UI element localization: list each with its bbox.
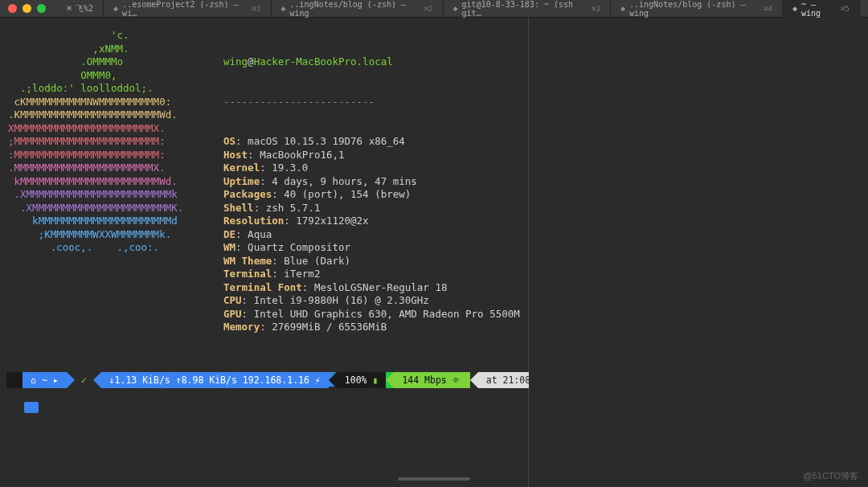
terminal-tab[interactable]: ❖..ingNotes/blog (-zsh) — wing⌘4 (611, 0, 783, 18)
arrow-icon (329, 372, 337, 388)
ascii-line: .XMMMMMMMMMMMMMMMMMMMMMMMMk (8, 188, 201, 202)
tab-label: ~ — wing (801, 0, 836, 18)
info-key: Host (223, 149, 248, 161)
ascii-line: 'c. (8, 29, 201, 43)
info-row: OS: macOS 10.15.3 19D76 x86_64 (223, 135, 520, 149)
ascii-line: .cooc,. .,coo:. (8, 241, 201, 255)
tab-icon: ⌘ (67, 4, 72, 13)
info-value: : 27699MiB / 65536MiB (260, 321, 387, 333)
info-row: Terminal: iTerm2 (223, 268, 520, 281)
ip-address: 192.168.1.16 (243, 374, 309, 386)
info-value: : Aqua (235, 228, 272, 240)
info-value: : MacBookPro16,1 (248, 149, 344, 161)
minimize-button[interactable] (23, 4, 31, 13)
info-value: : MesloLGSNer-Regular 18 (302, 281, 448, 293)
battery-icon: ▮ (372, 374, 378, 386)
ascii-line: .OMMMMo (8, 55, 201, 69)
ascii-line: .MMMMMMMMMMMMMMMMMMMMMMMX. (8, 162, 201, 175)
ascii-line: kMMMMMMMMMMMMMMMMMMMMMMd (8, 215, 201, 228)
cwd-path: ~ (42, 374, 47, 386)
net-up: ↑8.98 KiB/s (176, 374, 237, 386)
terminal-tab[interactable]: ❖~ — wing⌘5 (783, 0, 860, 18)
apple-ascii-logo: 'c. ,xNMM. .OMMMMo OMMM0, .;loddo:' lool… (8, 29, 201, 413)
info-row: WM: Quartz Compositor (223, 241, 520, 255)
ascii-line: kMMMMMMMMMMMMMMMMMMMMMMMWd. (8, 175, 201, 189)
left-pane[interactable]: 'c. ,xNMM. .OMMMMo OMMM0, .;loddo:' lool… (0, 18, 529, 487)
info-key: OS (223, 135, 235, 147)
info-key: WM (223, 241, 235, 253)
ascii-line: ;KMMMMMMMWXXWMMMMMMMk. (8, 228, 201, 242)
status-battery-seg[interactable]: 100% ▮ (337, 372, 387, 388)
terminal-tab[interactable]: ❖git@10-8-33-183: ~ (ssh git…⌘3 (444, 0, 611, 18)
traffic-lights (8, 4, 46, 13)
right-pane[interactable] (529, 18, 868, 487)
tab-shortcut: ⌘4 (764, 5, 772, 13)
info-value: : 4 days, 9 hours, 47 mins (260, 175, 417, 187)
info-key: Terminal Font (223, 281, 302, 293)
info-value: : 1792x1120@2x (284, 215, 368, 227)
info-key: CPU (223, 294, 242, 306)
tab-icon: ❖ (281, 4, 286, 13)
info-key: Kernel (223, 162, 260, 174)
tab-icon: ❖ (453, 4, 458, 13)
terminal-tab[interactable]: ⌘飞%2 (57, 0, 104, 18)
info-value: : 19.3.0 (260, 162, 308, 174)
tab-icon: ❖ (620, 4, 625, 13)
tab-shortcut: ⌘1 (252, 5, 261, 13)
info-key: Resolution (223, 215, 284, 227)
info-value: : Intel UHD Graphics 630, AMD Radeon Pro… (242, 308, 520, 320)
tab-label: git@10-8-33-183: ~ (ssh git… (462, 0, 588, 18)
system-info: wing@Hacker-MacBookPro.local -----------… (223, 29, 520, 413)
info-key: Uptime (223, 175, 260, 187)
info-value: : Blue (Dark) (272, 255, 350, 267)
info-value: : 40 (port), 154 (brew) (272, 188, 411, 200)
terminal-tab[interactable]: ❖..esomeProject2 (-zsh) — wi…⌘1 (104, 0, 271, 18)
terminal-tabs: ⌘飞%2❖..esomeProject2 (-zsh) — wi…⌘1❖..in… (57, 0, 860, 18)
info-row: GPU: Intel UHD Graphics 630, AMD Radeon … (223, 308, 520, 321)
neofetch-output: 'c. ,xNMM. .OMMMMo OMMM0, .;loddo:' lool… (8, 29, 520, 413)
info-key: WM Theme (223, 255, 272, 267)
info-row: Uptime: 4 days, 9 hours, 47 mins (223, 175, 520, 189)
zoom-button[interactable] (37, 4, 46, 13)
info-row: Memory: 27699MiB / 65536MiB (223, 321, 520, 334)
info-value: : Quartz Compositor (235, 241, 350, 253)
ascii-line: OMMM0, (8, 69, 201, 83)
status-network-seg[interactable]: ↓1.13 KiB/s ↑8.98 KiB/s 192.168.1.16 ⚡ (101, 372, 329, 388)
info-row: Packages: 40 (port), 154 (brew) (223, 188, 520, 202)
status-wifi-seg[interactable]: 144 Mbps ᯤ (394, 372, 469, 388)
ascii-line: XMMMMMMMMMMMMMMMMMMMMMMMX. (8, 122, 201, 136)
status-path-seg[interactable]: ⌂ ~ ▸ (23, 372, 67, 388)
watermark-text: @51CTO博客 (804, 470, 858, 482)
wifi-icon: ᯤ (452, 374, 462, 386)
terminal-area: 'c. ,xNMM. .OMMMMo OMMM0, .;loddo:' lool… (0, 18, 868, 487)
info-row: DE: Aqua (223, 228, 520, 242)
ascii-line: .XMMMMMMMMMMMMMMMMMMMMMMMK. (8, 202, 201, 215)
ascii-line: :MMMMMMMMMMMMMMMMMMMMMMMM: (8, 149, 201, 162)
terminal-tab[interactable]: ❖..ingNotes/blog (-zsh) — wing⌘2 (272, 0, 444, 18)
username: wing (223, 55, 248, 68)
plug-icon: ⚡ (315, 374, 321, 386)
check-icon: ✓ (81, 374, 87, 386)
scroll-indicator (398, 477, 470, 481)
info-key: Shell (223, 202, 254, 214)
tmux-status-bar: ⌂ ~ ▸ ✓ ↓1.13 KiB/s ↑8.98 KiB/s 192.168.… (0, 371, 528, 389)
tab-shortcut: ⌘2 (424, 5, 433, 13)
status-apple-seg[interactable] (6, 372, 23, 388)
home-icon: ⌂ (31, 374, 36, 386)
tab-label: ..ingNotes/blog (-zsh) — wing (290, 0, 420, 18)
ascii-line: cKMMMMMMMMMMNWMMMMMMMMMM0: (8, 96, 201, 109)
info-row: Terminal Font: MesloLGSNer-Regular 18 (223, 281, 520, 295)
wifi-speed: 144 Mbps (402, 374, 446, 386)
battery-pct: 100% (345, 374, 367, 386)
close-button[interactable] (8, 4, 17, 13)
tab-label: ..esomeProject2 (-zsh) — wi… (122, 0, 248, 18)
info-value: : Intel i9-9880H (16) @ 2.30GHz (242, 294, 429, 306)
prompt-cursor[interactable] (24, 402, 39, 413)
info-row: CPU: Intel i9-9880H (16) @ 2.30GHz (223, 294, 520, 308)
arrow-icon (93, 372, 101, 388)
info-row: Kernel: 19.3.0 (223, 162, 520, 175)
at-symbol: @ (248, 55, 254, 68)
info-value: : zsh 5.7.1 (254, 202, 321, 214)
tab-shortcut: ⌘5 (841, 5, 850, 13)
info-row: Resolution: 1792x1120@2x (223, 215, 520, 228)
